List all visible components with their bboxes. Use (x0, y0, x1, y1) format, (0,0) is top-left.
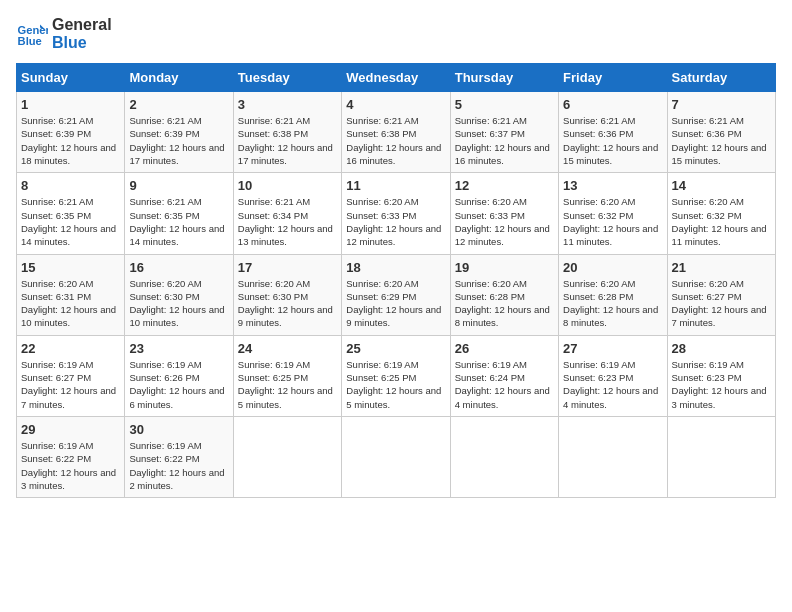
calendar-cell: 27Sunrise: 6:19 AMSunset: 6:23 PMDayligh… (559, 335, 667, 416)
calendar-cell: 8Sunrise: 6:21 AMSunset: 6:35 PMDaylight… (17, 173, 125, 254)
cell-info: Sunrise: 6:20 AMSunset: 6:31 PMDaylight:… (21, 278, 116, 329)
day-number: 9 (129, 178, 228, 193)
cell-info: Sunrise: 6:21 AMSunset: 6:36 PMDaylight:… (672, 115, 767, 166)
day-number: 22 (21, 341, 120, 356)
day-number: 12 (455, 178, 554, 193)
calendar-cell: 17Sunrise: 6:20 AMSunset: 6:30 PMDayligh… (233, 254, 341, 335)
cell-info: Sunrise: 6:19 AMSunset: 6:24 PMDaylight:… (455, 359, 550, 410)
calendar-cell: 7Sunrise: 6:21 AMSunset: 6:36 PMDaylight… (667, 92, 775, 173)
cell-info: Sunrise: 6:20 AMSunset: 6:33 PMDaylight:… (455, 196, 550, 247)
calendar-cell: 22Sunrise: 6:19 AMSunset: 6:27 PMDayligh… (17, 335, 125, 416)
calendar-cell: 28Sunrise: 6:19 AMSunset: 6:23 PMDayligh… (667, 335, 775, 416)
calendar-cell: 10Sunrise: 6:21 AMSunset: 6:34 PMDayligh… (233, 173, 341, 254)
cell-info: Sunrise: 6:21 AMSunset: 6:38 PMDaylight:… (238, 115, 333, 166)
cell-info: Sunrise: 6:21 AMSunset: 6:36 PMDaylight:… (563, 115, 658, 166)
calendar-header-row: SundayMondayTuesdayWednesdayThursdayFrid… (17, 64, 776, 92)
calendar-cell: 20Sunrise: 6:20 AMSunset: 6:28 PMDayligh… (559, 254, 667, 335)
day-number: 25 (346, 341, 445, 356)
calendar-cell: 6Sunrise: 6:21 AMSunset: 6:36 PMDaylight… (559, 92, 667, 173)
calendar-cell: 18Sunrise: 6:20 AMSunset: 6:29 PMDayligh… (342, 254, 450, 335)
cell-info: Sunrise: 6:19 AMSunset: 6:23 PMDaylight:… (672, 359, 767, 410)
calendar-cell: 16Sunrise: 6:20 AMSunset: 6:30 PMDayligh… (125, 254, 233, 335)
cell-info: Sunrise: 6:20 AMSunset: 6:28 PMDaylight:… (455, 278, 550, 329)
calendar-cell: 25Sunrise: 6:19 AMSunset: 6:25 PMDayligh… (342, 335, 450, 416)
day-number: 14 (672, 178, 771, 193)
calendar-cell: 12Sunrise: 6:20 AMSunset: 6:33 PMDayligh… (450, 173, 558, 254)
calendar-cell (342, 416, 450, 497)
calendar-cell: 5Sunrise: 6:21 AMSunset: 6:37 PMDaylight… (450, 92, 558, 173)
day-header-thursday: Thursday (450, 64, 558, 92)
logo-icon: General Blue (16, 18, 48, 50)
cell-info: Sunrise: 6:21 AMSunset: 6:39 PMDaylight:… (129, 115, 224, 166)
calendar-cell: 1Sunrise: 6:21 AMSunset: 6:39 PMDaylight… (17, 92, 125, 173)
day-number: 13 (563, 178, 662, 193)
cell-info: Sunrise: 6:19 AMSunset: 6:22 PMDaylight:… (21, 440, 116, 491)
week-row-3: 15Sunrise: 6:20 AMSunset: 6:31 PMDayligh… (17, 254, 776, 335)
day-number: 24 (238, 341, 337, 356)
day-header-friday: Friday (559, 64, 667, 92)
day-number: 3 (238, 97, 337, 112)
cell-info: Sunrise: 6:21 AMSunset: 6:34 PMDaylight:… (238, 196, 333, 247)
day-number: 6 (563, 97, 662, 112)
cell-info: Sunrise: 6:20 AMSunset: 6:30 PMDaylight:… (238, 278, 333, 329)
week-row-4: 22Sunrise: 6:19 AMSunset: 6:27 PMDayligh… (17, 335, 776, 416)
calendar-cell: 26Sunrise: 6:19 AMSunset: 6:24 PMDayligh… (450, 335, 558, 416)
cell-info: Sunrise: 6:19 AMSunset: 6:25 PMDaylight:… (346, 359, 441, 410)
week-row-5: 29Sunrise: 6:19 AMSunset: 6:22 PMDayligh… (17, 416, 776, 497)
cell-info: Sunrise: 6:19 AMSunset: 6:22 PMDaylight:… (129, 440, 224, 491)
cell-info: Sunrise: 6:19 AMSunset: 6:27 PMDaylight:… (21, 359, 116, 410)
day-number: 1 (21, 97, 120, 112)
calendar-cell: 14Sunrise: 6:20 AMSunset: 6:32 PMDayligh… (667, 173, 775, 254)
calendar-cell: 2Sunrise: 6:21 AMSunset: 6:39 PMDaylight… (125, 92, 233, 173)
day-header-wednesday: Wednesday (342, 64, 450, 92)
cell-info: Sunrise: 6:20 AMSunset: 6:32 PMDaylight:… (563, 196, 658, 247)
cell-info: Sunrise: 6:20 AMSunset: 6:32 PMDaylight:… (672, 196, 767, 247)
calendar-cell (450, 416, 558, 497)
calendar-cell: 15Sunrise: 6:20 AMSunset: 6:31 PMDayligh… (17, 254, 125, 335)
cell-info: Sunrise: 6:21 AMSunset: 6:37 PMDaylight:… (455, 115, 550, 166)
logo: General Blue General Blue (16, 16, 112, 51)
calendar-cell: 21Sunrise: 6:20 AMSunset: 6:27 PMDayligh… (667, 254, 775, 335)
svg-text:General: General (18, 24, 48, 36)
day-header-tuesday: Tuesday (233, 64, 341, 92)
day-number: 19 (455, 260, 554, 275)
cell-info: Sunrise: 6:20 AMSunset: 6:28 PMDaylight:… (563, 278, 658, 329)
week-row-2: 8Sunrise: 6:21 AMSunset: 6:35 PMDaylight… (17, 173, 776, 254)
calendar-cell: 24Sunrise: 6:19 AMSunset: 6:25 PMDayligh… (233, 335, 341, 416)
cell-info: Sunrise: 6:21 AMSunset: 6:35 PMDaylight:… (21, 196, 116, 247)
calendar-cell: 29Sunrise: 6:19 AMSunset: 6:22 PMDayligh… (17, 416, 125, 497)
page-header: General Blue General Blue (16, 16, 776, 51)
week-row-1: 1Sunrise: 6:21 AMSunset: 6:39 PMDaylight… (17, 92, 776, 173)
day-header-sunday: Sunday (17, 64, 125, 92)
day-number: 10 (238, 178, 337, 193)
calendar-table: SundayMondayTuesdayWednesdayThursdayFrid… (16, 63, 776, 498)
calendar-cell (233, 416, 341, 497)
logo-line1: General (52, 16, 112, 34)
cell-info: Sunrise: 6:19 AMSunset: 6:23 PMDaylight:… (563, 359, 658, 410)
day-number: 28 (672, 341, 771, 356)
day-number: 26 (455, 341, 554, 356)
calendar-cell: 4Sunrise: 6:21 AMSunset: 6:38 PMDaylight… (342, 92, 450, 173)
logo-line2: Blue (52, 34, 112, 52)
day-number: 30 (129, 422, 228, 437)
cell-info: Sunrise: 6:20 AMSunset: 6:27 PMDaylight:… (672, 278, 767, 329)
calendar-cell: 11Sunrise: 6:20 AMSunset: 6:33 PMDayligh… (342, 173, 450, 254)
cell-info: Sunrise: 6:21 AMSunset: 6:35 PMDaylight:… (129, 196, 224, 247)
calendar-cell: 3Sunrise: 6:21 AMSunset: 6:38 PMDaylight… (233, 92, 341, 173)
cell-info: Sunrise: 6:21 AMSunset: 6:38 PMDaylight:… (346, 115, 441, 166)
calendar-body: 1Sunrise: 6:21 AMSunset: 6:39 PMDaylight… (17, 92, 776, 498)
cell-info: Sunrise: 6:21 AMSunset: 6:39 PMDaylight:… (21, 115, 116, 166)
svg-text:Blue: Blue (18, 35, 42, 47)
cell-info: Sunrise: 6:20 AMSunset: 6:33 PMDaylight:… (346, 196, 441, 247)
day-header-monday: Monday (125, 64, 233, 92)
day-number: 5 (455, 97, 554, 112)
day-number: 23 (129, 341, 228, 356)
day-number: 8 (21, 178, 120, 193)
day-number: 4 (346, 97, 445, 112)
day-number: 17 (238, 260, 337, 275)
calendar-cell: 9Sunrise: 6:21 AMSunset: 6:35 PMDaylight… (125, 173, 233, 254)
day-number: 2 (129, 97, 228, 112)
calendar-cell (559, 416, 667, 497)
day-number: 11 (346, 178, 445, 193)
calendar-cell (667, 416, 775, 497)
